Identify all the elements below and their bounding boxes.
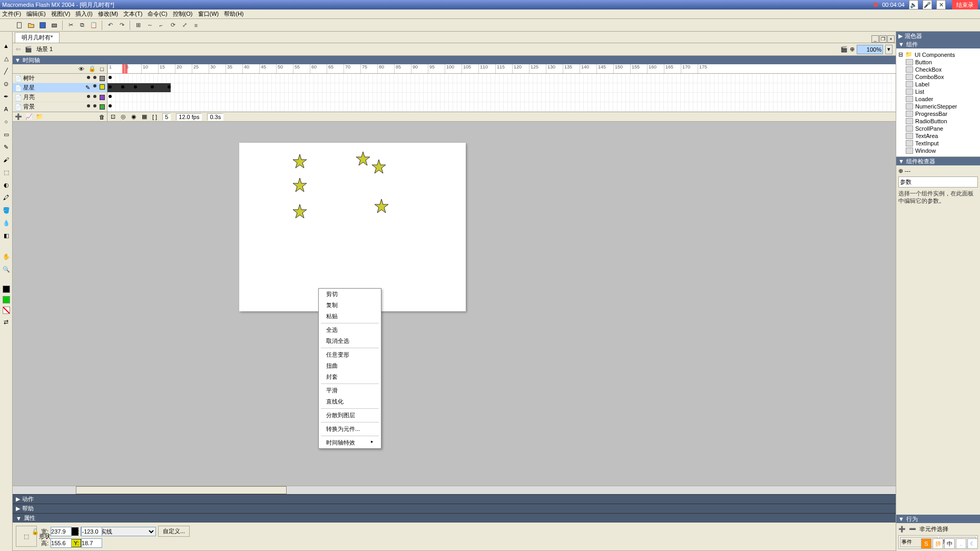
- edit-symbols-icon[interactable]: ⊕: [850, 46, 855, 53]
- ime-logo-icon[interactable]: S: [921, 538, 932, 549]
- ctx-smooth[interactable]: 平滑: [319, 385, 381, 396]
- scene-label[interactable]: 场景 1: [36, 45, 53, 53]
- ime-punct-button[interactable]: .: [956, 538, 966, 549]
- straighten-icon[interactable]: ⌐: [156, 21, 166, 30]
- properties-panel-header[interactable]: ▼属性: [13, 513, 896, 523]
- delete-layer-icon[interactable]: 🗑: [99, 114, 105, 120]
- edit-multiple-frames-icon[interactable]: ▦: [142, 113, 147, 120]
- fill-transform-tool-icon[interactable]: ◐: [2, 180, 11, 190]
- ctx-paste[interactable]: 粘贴: [319, 311, 381, 322]
- component-item[interactable]: ProgressBar: [898, 110, 978, 117]
- document-tab[interactable]: 明月几时有*: [15, 32, 60, 43]
- lasso-tool-icon[interactable]: ⊙: [2, 79, 11, 88]
- actions-panel-header[interactable]: ▶动作: [13, 494, 896, 504]
- component-item[interactable]: Loader: [898, 95, 978, 103]
- pen-tool-icon[interactable]: ✒: [2, 92, 11, 101]
- paint-bucket-tool-icon[interactable]: 🪣: [2, 205, 11, 215]
- zoom-dropdown-icon[interactable]: ▾: [885, 45, 893, 54]
- end-recording-button[interactable]: 结束录: [952, 0, 978, 10]
- component-item[interactable]: RadioButton: [898, 117, 978, 125]
- layer-row[interactable]: 📄 树叶: [13, 74, 107, 83]
- remove-behavior-icon[interactable]: ➖: [909, 526, 916, 533]
- menu-modify[interactable]: 修改(M): [98, 10, 119, 18]
- ctx-deselect-all[interactable]: 取消全选: [319, 336, 381, 347]
- outline-column-icon[interactable]: □: [100, 66, 104, 72]
- ctx-copy[interactable]: 复制: [319, 300, 381, 311]
- components-panel-header[interactable]: ▼组件: [896, 40, 980, 48]
- layer-row[interactable]: 📄 背景: [13, 102, 107, 112]
- hand-tool-icon[interactable]: ✋: [2, 252, 11, 261]
- snap-icon[interactable]: ⊞: [133, 21, 143, 30]
- print-icon[interactable]: [50, 21, 59, 30]
- align-icon[interactable]: ≡: [191, 21, 201, 30]
- doc-minimize-icon[interactable]: _: [871, 35, 879, 43]
- subselection-tool-icon[interactable]: △: [2, 54, 11, 63]
- component-item[interactable]: NumericStepper: [898, 103, 978, 110]
- horizontal-scrollbar[interactable]: [13, 486, 896, 494]
- titlebar-mic-icon[interactable]: 🎤: [923, 0, 932, 9]
- menu-file[interactable]: 文件(F): [2, 10, 21, 18]
- ctx-cut[interactable]: 剪切: [319, 289, 381, 300]
- doc-restore-icon[interactable]: ❐: [879, 35, 887, 43]
- titlebar-close-icon[interactable]: ✕: [936, 0, 946, 9]
- modify-onion-markers-icon[interactable]: [ ]: [152, 114, 157, 120]
- add-motion-guide-icon[interactable]: 📈: [25, 113, 33, 120]
- menu-help[interactable]: 帮助(H): [224, 10, 243, 18]
- free-transform-tool-icon[interactable]: ⬚: [2, 168, 11, 177]
- menu-control[interactable]: 控制(O): [173, 10, 193, 18]
- canvas[interactable]: [239, 143, 466, 311]
- edit-scene-icon[interactable]: 🎬: [840, 46, 848, 53]
- onion-skin-icon[interactable]: ◎: [121, 113, 126, 120]
- save-icon[interactable]: [38, 21, 47, 30]
- custom-stroke-button[interactable]: 自定义...: [158, 526, 190, 537]
- help-panel-header[interactable]: ▶帮助: [13, 504, 896, 513]
- add-behavior-icon[interactable]: ➕: [898, 526, 906, 533]
- rectangle-tool-icon[interactable]: ▭: [2, 130, 11, 139]
- timeline-panel-header[interactable]: ▼ 时间轴: [13, 56, 896, 64]
- frame-track[interactable]: [107, 83, 896, 93]
- behaviors-panel-header[interactable]: ▼行为: [896, 515, 980, 523]
- paste-icon[interactable]: 📋: [89, 21, 99, 30]
- star-shape[interactable]: [355, 151, 371, 166]
- center-frame-icon[interactable]: ⊡: [111, 113, 115, 120]
- component-item[interactable]: Button: [898, 58, 978, 66]
- menu-window[interactable]: 窗口(W): [198, 10, 219, 18]
- smooth-icon[interactable]: ～: [145, 21, 154, 30]
- frame-track[interactable]: [107, 93, 896, 102]
- cut-icon[interactable]: ✂: [66, 21, 75, 30]
- width-input[interactable]: [51, 527, 72, 536]
- height-input[interactable]: [51, 538, 72, 548]
- component-item[interactable]: Label: [898, 81, 978, 88]
- ctx-free-transform[interactable]: 任意变形: [319, 349, 381, 360]
- no-color-icon[interactable]: [3, 307, 10, 314]
- star-shape[interactable]: [292, 153, 308, 169]
- text-tool-icon[interactable]: A: [2, 104, 11, 114]
- timeline-ruler[interactable]: 1510152025303540455055606570758085909510…: [107, 64, 896, 74]
- y-input[interactable]: [81, 538, 102, 548]
- onion-skin-outlines-icon[interactable]: ◉: [131, 113, 136, 120]
- oval-tool-icon[interactable]: ○: [2, 117, 11, 126]
- frame-track[interactable]: [107, 102, 896, 112]
- lock-column-icon[interactable]: 🔒: [89, 65, 96, 72]
- add-folder-icon[interactable]: 📁: [36, 113, 43, 120]
- x-input[interactable]: [81, 527, 102, 536]
- ime-mode-button[interactable]: 拼: [933, 538, 943, 549]
- lock-aspect-icon[interactable]: 🔓: [32, 528, 39, 535]
- ime-shape-button[interactable]: ☾: [967, 538, 978, 549]
- rotate-icon[interactable]: ⟳: [168, 21, 178, 30]
- components-root[interactable]: ⊟📁UI Components: [898, 51, 978, 58]
- component-item[interactable]: ScrollPane: [898, 125, 978, 132]
- undo-icon[interactable]: ↶: [105, 21, 115, 30]
- ctx-distort[interactable]: 扭曲: [319, 360, 381, 371]
- component-inspector-panel-header[interactable]: ▼组件检查器: [896, 157, 980, 165]
- frame-track[interactable]: [107, 74, 896, 83]
- menu-insert[interactable]: 插入(I): [75, 10, 92, 18]
- copy-icon[interactable]: ⧉: [77, 21, 87, 30]
- ctx-convert-to-symbol[interactable]: 转换为元件...: [319, 424, 381, 435]
- menu-view[interactable]: 视图(V): [51, 10, 71, 18]
- back-icon[interactable]: ⇦: [16, 46, 21, 53]
- open-file-icon[interactable]: [26, 21, 36, 30]
- component-item[interactable]: List: [898, 88, 978, 95]
- component-item[interactable]: TextInput: [898, 140, 978, 147]
- star-shape[interactable]: [292, 203, 308, 219]
